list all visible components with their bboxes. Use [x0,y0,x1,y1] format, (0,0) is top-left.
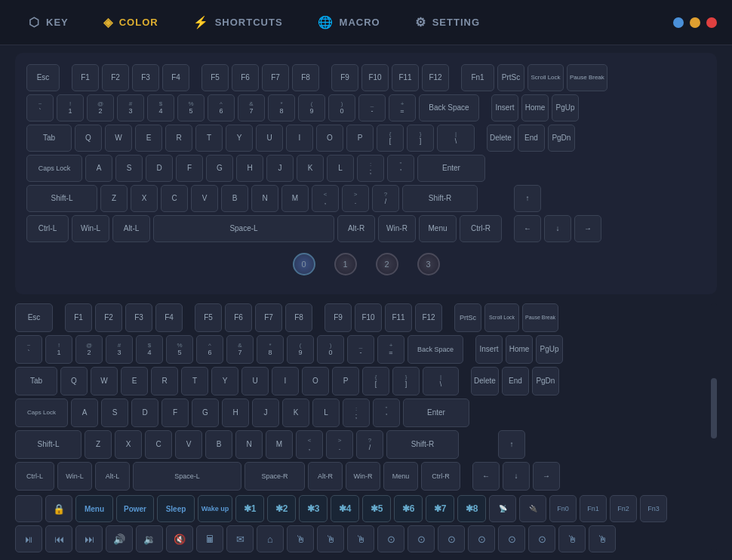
key-f10[interactable]: F10 [361,64,389,91]
minimize-button[interactable] [673,17,684,28]
key-scroll2[interactable]: ⊙ [408,525,435,552]
key-f4[interactable]: F4 [162,64,189,91]
kb2-3[interactable]: #3 [106,335,133,364]
key-delete[interactable]: Delete [487,125,515,152]
key-lock[interactable]: 🔒 [45,495,72,522]
key-pgup[interactable]: PgUp [552,94,579,122]
kb2-capslock[interactable]: Caps Lock [15,398,68,427]
kb2-shift-l[interactable]: Shift-L [15,430,82,459]
kb2-down[interactable]: ↓ [503,462,530,491]
key-mouse2[interactable]: 🖱 [317,525,344,552]
kb2-x[interactable]: X [115,430,142,459]
kb2-l[interactable]: L [312,398,340,427]
key-scroll-lock[interactable]: Scroll Lock [527,64,564,91]
key-enter[interactable]: Enter [417,155,485,182]
kb2-pause-break[interactable]: Pause Break [522,303,558,332]
profile-dot-2[interactable]: 2 [376,253,398,275]
kb2-o[interactable]: O [302,367,329,395]
kb2-r[interactable]: R [151,367,178,395]
kb2-s[interactable]: S [101,398,128,427]
kb2-6[interactable]: ^6 [196,335,223,364]
kb2-m[interactable]: M [266,430,293,459]
profile-dot-1[interactable]: 1 [334,253,357,275]
key-mouse1[interactable]: 🖱 [287,525,314,552]
key-g[interactable]: G [206,155,233,182]
key-usb-24g[interactable]: 📡 [489,495,516,522]
kb2-minus[interactable]: _- [347,335,374,364]
key-z[interactable]: Z [100,185,128,212]
key-wakeup[interactable]: Wake up [198,495,232,522]
kb2-u[interactable]: U [241,367,269,395]
kb2-quote[interactable]: "' [373,398,400,427]
kb2-alt-r[interactable]: Alt-R [308,462,343,491]
key-bt8[interactable]: ✱8 [457,495,486,522]
key-backspace[interactable]: Back Space [419,94,479,122]
kb2-4[interactable]: $4 [136,335,163,364]
key-fn1-media[interactable]: Fn1 [580,495,607,522]
key-slash[interactable]: ?/ [372,185,399,212]
kb2-right[interactable]: → [533,462,560,491]
kb2-alt-l[interactable]: Alt-L [95,462,130,491]
key-pgdn[interactable]: PgDn [548,125,575,152]
kb2-f10[interactable]: F10 [355,303,382,332]
nav-key[interactable]: ⬡ KEY [15,9,82,35]
key-fn3[interactable]: Fn3 [640,495,667,522]
nav-macro[interactable]: 🌐 MACRO [304,9,394,35]
key-period[interactable]: >. [342,185,369,212]
kb2-b[interactable]: B [205,430,232,459]
key-bt6[interactable]: ✱6 [394,495,423,522]
key-mute[interactable]: 🔇 [166,525,193,552]
key-menu-fn[interactable]: Menu [75,495,113,522]
key-3[interactable]: #3 [117,94,144,122]
kb2-f4[interactable]: F4 [155,303,183,332]
key-next-track[interactable]: ⏭ [75,525,103,552]
kb2-g[interactable]: G [192,398,219,427]
key-win-l[interactable]: Win-L [72,215,109,242]
key-4[interactable]: $4 [147,94,174,122]
kb2-i[interactable]: I [272,367,299,395]
kb2-pgup[interactable]: PgUp [536,335,563,364]
kb2-space-l[interactable]: Space-L [133,462,241,491]
key-alt-l[interactable]: Alt-L [112,215,150,242]
kb2-esc[interactable]: Esc [15,303,53,332]
key-w[interactable]: W [105,125,132,152]
nav-setting[interactable]: ⚙ SETTING [401,9,494,35]
profile-dot-0[interactable]: 0 [293,253,315,275]
kb2-insert[interactable]: Insert [475,335,503,364]
key-minus[interactable]: _- [358,94,386,122]
kb2-z[interactable]: Z [85,430,112,459]
kb2-scroll-lock[interactable]: Scroll Lock [484,303,519,332]
nav-shortcuts[interactable]: ⚡ SHORTCUTS [180,9,297,35]
key-v[interactable]: V [191,185,218,212]
key-i[interactable]: I [286,125,313,152]
kb2-0[interactable]: )0 [317,335,344,364]
key-scroll5[interactable]: ⊙ [498,525,525,552]
key-down-arrow[interactable]: ↓ [544,215,571,242]
maximize-button[interactable] [690,17,700,28]
key-scroll1[interactable]: ⊙ [377,525,404,552]
key-n[interactable]: N [251,185,278,212]
key-end[interactable]: End [518,125,545,152]
scrollbar-track[interactable] [711,303,717,552]
key-bt4[interactable]: ✱4 [331,495,359,522]
key-bt1[interactable]: ✱1 [235,495,264,522]
kb2-2[interactable]: @2 [75,335,103,364]
key-win-r[interactable]: Win-R [378,215,416,242]
key-j[interactable]: J [266,155,294,182]
nav-color[interactable]: ◈ COLOR [90,9,172,35]
key-ctrl-l[interactable]: Ctrl-L [26,215,69,242]
key-k[interactable]: K [297,155,324,182]
key-comma[interactable]: <, [312,185,339,212]
key-scroll3[interactable]: ⊙ [438,525,465,552]
kb2-k[interactable]: K [282,398,309,427]
close-button[interactable] [706,17,717,28]
kb2-f3[interactable]: F3 [125,303,152,332]
key-h[interactable]: H [236,155,263,182]
key-u[interactable]: U [256,125,283,152]
key-bt7[interactable]: ✱7 [426,495,454,522]
key-f2[interactable]: F2 [102,64,129,91]
kb2-up[interactable]: ↑ [498,430,525,459]
kb2-j[interactable]: J [252,398,279,427]
key-space-l[interactable]: Space-L [153,215,334,242]
key-email[interactable]: ✉ [226,525,254,552]
